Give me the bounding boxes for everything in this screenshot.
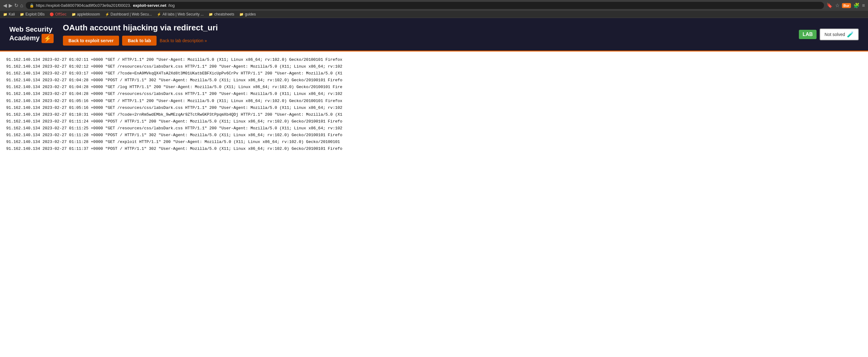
bookmark-kali[interactable]: 📁 Kali [3, 12, 15, 17]
back-to-lab-description-link[interactable]: Back to lab description » [160, 38, 207, 43]
address-bar[interactable]: 🔒 https://exploit-0a68007904cad9f0c073e9… [26, 2, 824, 9]
back-to-exploit-server-button[interactable]: Back to exploit server [63, 36, 119, 46]
logo-line1: Web Security [9, 25, 54, 33]
reload-nav-icon[interactable]: ↻ [14, 2, 18, 8]
header-buttons: Back to exploit server Back to lab Back … [63, 36, 789, 46]
log-line: 91.162.140.134 2023-02-27 01:02:12 +0000… [6, 63, 862, 70]
log-line: 91.162.140.134 2023-02-27 01:05:16 +0000… [6, 105, 862, 111]
log-area: 91.162.140.134 2023-02-27 01:02:11 +0000… [0, 52, 868, 157]
log-line: 91.162.140.134 2023-02-27 01:10:31 +0000… [6, 111, 862, 118]
logo-badge: ⚡ [41, 34, 54, 43]
browser-nav: ◀ ▶ ↻ ⌂ [3, 2, 23, 8]
log-line: 91.162.140.134 2023-02-27 01:04:28 +0000… [6, 91, 862, 97]
lab-badge: LAB [799, 30, 816, 39]
folder-icon: 📁 [239, 12, 244, 17]
burp-icon[interactable]: Bur [842, 3, 851, 8]
log-line: 91.162.140.134 2023-02-27 01:11:37 +0000… [6, 146, 862, 152]
back-nav-icon[interactable]: ◀ [3, 2, 7, 8]
status-text: Not solved [825, 32, 845, 37]
bookmark-offsec[interactable]: 🔴 OffSec [50, 12, 66, 17]
lightning-icon: ⚡ [105, 12, 110, 17]
header-content: OAuth account hijacking via redirect_uri… [63, 23, 789, 46]
log-line: 91.162.140.134 2023-02-27 01:04:28 +0000… [6, 84, 862, 91]
not-solved-status: Not solved 🧪 [819, 29, 859, 40]
browser-chrome: ◀ ▶ ↻ ⌂ 🔒 https://exploit-0a68007904cad9… [0, 0, 868, 11]
bookmark-label: guides [245, 12, 256, 17]
url-prefix: https://exploit-0a68007904cad9f0c073e9a2… [36, 3, 131, 8]
forward-nav-icon[interactable]: ▶ [9, 2, 12, 8]
star-icon[interactable]: ☆ [835, 2, 839, 8]
log-line: 91.162.140.134 2023-02-27 01:02:11 +0000… [6, 56, 862, 63]
logo-line2: Academy [9, 34, 40, 42]
url-path: /log [168, 3, 175, 8]
bookmarks-bar: 📁 Kali 📁 Exploit DBs 🔴 OffSec 📁 appleblo… [0, 11, 868, 18]
offsec-icon: 🔴 [50, 12, 54, 17]
folder-icon: 📁 [20, 12, 24, 17]
folder-icon: 📁 [3, 12, 7, 17]
lab-title: OAuth account hijacking via redirect_uri [63, 23, 789, 33]
site-header: Web Security Academy ⚡ OAuth account hij… [0, 18, 868, 52]
back-to-lab-button[interactable]: Back to lab [122, 36, 157, 46]
bookmark-label: cheatsheets [214, 12, 235, 17]
browser-actions: 🔖 ☆ Bur 🧩 ≡ [827, 2, 865, 8]
header-right: LAB Not solved 🧪 [799, 29, 859, 40]
extensions-icon[interactable]: 🧩 [854, 2, 860, 8]
bookmarks-icon[interactable]: 🔖 [827, 2, 833, 8]
bookmark-appleblossom[interactable]: 📁 appleblossom [72, 12, 100, 17]
bookmark-label: Exploit DBs [25, 12, 44, 17]
bookmark-exploitdbs[interactable]: 📁 Exploit DBs [20, 12, 44, 17]
log-line: 91.162.140.134 2023-02-27 01:11:24 +0000… [6, 118, 862, 125]
bookmark-label: OffSec [55, 12, 66, 17]
bookmark-dashboard[interactable]: ⚡ Dashboard | Web Secu... [105, 12, 152, 17]
bookmark-cheatsheets[interactable]: 📁 cheatsheets [209, 12, 235, 17]
bookmark-label: Kali [9, 12, 15, 17]
lock-icon: 🔒 [29, 3, 34, 8]
bookmark-guides[interactable]: 📁 guides [239, 12, 256, 17]
folder-icon: 📁 [72, 12, 76, 17]
bookmark-alllabs[interactable]: ⚡ All labs | Web Security ... [157, 12, 204, 17]
log-line: 91.162.140.134 2023-02-27 01:11:28 +0000… [6, 139, 862, 146]
log-line: 91.162.140.134 2023-02-27 01:11:28 +0000… [6, 132, 862, 139]
log-line: 91.162.140.134 2023-02-27 01:03:17 +0000… [6, 70, 862, 77]
home-nav-icon[interactable]: ⌂ [20, 3, 23, 8]
log-line: 91.162.140.134 2023-02-27 01:04:28 +0000… [6, 77, 862, 84]
bookmark-label: appleblossom [77, 12, 100, 17]
menu-icon[interactable]: ≡ [862, 3, 865, 8]
log-line: 91.162.140.134 2023-02-27 01:11:25 +0000… [6, 125, 862, 132]
flask-icon: 🧪 [847, 31, 854, 38]
folder-icon: 📁 [209, 12, 213, 17]
bookmark-label: Dashboard | Web Secu... [111, 12, 152, 17]
url-domain: exploit-server.net [133, 3, 166, 8]
bookmark-label: All labs | Web Security ... [162, 12, 204, 17]
logo-area: Web Security Academy ⚡ [9, 25, 54, 43]
log-line: 91.162.140.134 2023-02-27 01:05:16 +0000… [6, 98, 862, 105]
lightning-icon: ⚡ [157, 12, 161, 17]
